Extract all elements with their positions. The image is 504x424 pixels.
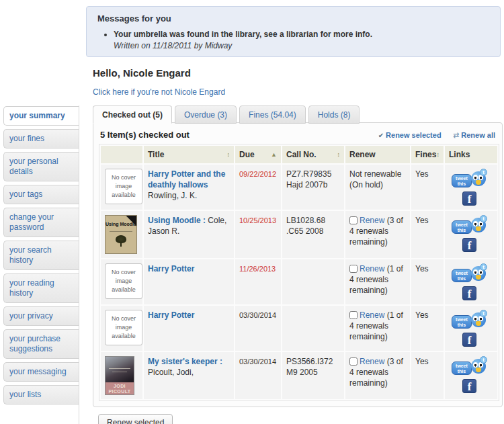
- fines-cell: Yes: [411, 259, 444, 304]
- renew-checkbox[interactable]: [349, 357, 358, 366]
- items-count: 5 Item(s) checked out: [100, 130, 190, 140]
- sidebar-item-change-your-password[interactable]: change your password: [3, 208, 79, 237]
- renew-link[interactable]: Renew: [360, 264, 384, 273]
- tweet-bubble-line1: tweet: [456, 271, 468, 275]
- renew-all-link[interactable]: ⇄ Renew all: [453, 131, 495, 139]
- messages-list: Your umbrella was found in the library, …: [114, 30, 489, 50]
- cover-cell: No cover image available: [101, 306, 142, 351]
- cover-tree-trunk: [120, 243, 122, 247]
- book-cover-using-moodle[interactable]: Using Moodle: [105, 215, 137, 254]
- tweet-this-icon[interactable]: tweetthist: [452, 215, 489, 237]
- sidebar-divider: [79, 105, 79, 424]
- facebook-icon[interactable]: f: [462, 286, 476, 300]
- sidebar-item-your-search-history[interactable]: your search history: [3, 241, 79, 270]
- cover-cell: Using Moodle: [101, 211, 142, 258]
- cover-author-line1: JODI: [114, 384, 126, 388]
- renew-selected-button[interactable]: Renew selected: [98, 414, 173, 424]
- links-cell: tweetthistf: [445, 259, 497, 304]
- due-cell: 11/26/2013: [235, 259, 281, 304]
- sort-icon[interactable]: ↕: [227, 150, 230, 159]
- fines-cell: Yes: [411, 352, 444, 399]
- renew-link[interactable]: Renew: [360, 216, 384, 225]
- title-link[interactable]: Harry Potter: [148, 264, 194, 273]
- title-link[interactable]: Harry Potter: [148, 310, 194, 320]
- bird-beak: [476, 368, 481, 372]
- due-date: 03/30/2014: [239, 357, 276, 366]
- cover-rule: [110, 231, 132, 232]
- sidebar-item-your-summary[interactable]: your summary: [3, 106, 79, 126]
- tweet-this-icon[interactable]: tweetthist: [452, 310, 489, 331]
- tweet-this-icon[interactable]: tweetthist: [452, 169, 489, 190]
- call-number-cell: PS3566.I372 M9 2005: [282, 352, 344, 399]
- tab-checked-out[interactable]: Checked out (5): [93, 105, 172, 124]
- renew-cell: Renew (3 of 4 renewals remaining): [345, 211, 410, 258]
- author-text: Rowling, J. K.: [148, 191, 197, 200]
- cover-cell: No cover image available: [101, 259, 142, 304]
- call-number-cell: [282, 259, 344, 304]
- cover-cell: JODIPICOULT: [101, 352, 142, 399]
- title-link[interactable]: My sister's keeper :: [148, 357, 222, 366]
- links-cell: tweetthistf: [445, 211, 497, 258]
- renew-all-link-label: Renew all: [461, 131, 495, 139]
- facebook-icon[interactable]: f: [462, 333, 476, 347]
- facebook-icon[interactable]: f: [462, 238, 476, 252]
- book-cover-my-sisters-keeper[interactable]: JODIPICOULT: [105, 356, 134, 395]
- sort-icon[interactable]: ↕: [337, 150, 341, 159]
- column-header-fines[interactable]: Fines↕: [411, 146, 444, 163]
- sidebar-item-your-fines[interactable]: your fines: [3, 129, 79, 149]
- renew-cell: Not renewable (On hold): [345, 165, 410, 210]
- tab-holds[interactable]: Holds (8): [308, 105, 360, 124]
- sidebar-item-your-privacy[interactable]: your privacy: [3, 306, 79, 326]
- fines-cell: Yes: [411, 211, 444, 258]
- table-header-row: Title↕Due▲Call No.↕RenewFines↕Links: [101, 146, 497, 163]
- title-link[interactable]: Harry Potter and the deathly hallows: [148, 169, 225, 189]
- sidebar-item-your-personal-details[interactable]: your personal details: [3, 152, 79, 181]
- tweet-bubble: tweetthis: [452, 220, 472, 234]
- renew-selected-link[interactable]: ✔ Renew selected: [378, 131, 442, 139]
- renew-link[interactable]: Renew: [360, 357, 384, 366]
- tab-overdue[interactable]: Overdue (3): [175, 105, 237, 124]
- tweet-this-icon[interactable]: tweetthist: [452, 356, 489, 378]
- title-cell: Harry Potter: [144, 259, 234, 304]
- fines-cell: Yes: [411, 165, 444, 210]
- facebook-icon[interactable]: f: [462, 192, 476, 206]
- renew-link[interactable]: Renew: [360, 310, 384, 320]
- sidebar-item-your-messaging[interactable]: your messaging: [3, 362, 79, 382]
- sidebar-item-your-purchase-suggestions[interactable]: your purchase suggestions: [3, 329, 79, 359]
- no-cover-placeholder: No cover image available: [105, 310, 142, 345]
- column-header-links: Links: [445, 146, 497, 163]
- tweet-bubble: tweetthis: [452, 174, 472, 187]
- tweet-this-icon[interactable]: tweetthist: [452, 263, 489, 285]
- bird-eye: [473, 362, 478, 368]
- table-row: No cover image availableHarry Potter 03/…: [101, 306, 497, 351]
- sort-icon[interactable]: ▲: [271, 150, 277, 159]
- tweet-t-bubble: t: [480, 169, 487, 176]
- cover-author: JODIPICOULT: [106, 382, 134, 394]
- sidebar-item-your-lists[interactable]: your lists: [3, 385, 79, 405]
- sidebar-item-your-reading-history[interactable]: your reading history: [3, 273, 79, 303]
- facebook-icon[interactable]: f: [462, 379, 476, 393]
- column-header-due[interactable]: Due▲: [235, 146, 281, 163]
- renew-checkbox[interactable]: [349, 216, 358, 224]
- sidebar-item-your-tags[interactable]: your tags: [3, 185, 79, 204]
- cover-author-line2: PICOULT: [108, 389, 130, 394]
- sort-icon[interactable]: ↕: [437, 150, 440, 159]
- links-cell: tweetthistf: [445, 352, 497, 399]
- renew-status: Not renewable (On hold): [349, 169, 401, 189]
- bird-beak: [476, 275, 481, 280]
- panel-header: 5 Item(s) checked out ✔ Renew selected ⇄…: [99, 128, 497, 144]
- renew-cell: Renew (1 of 4 renewals remaining): [345, 306, 410, 351]
- renew-checkbox[interactable]: [349, 265, 358, 273]
- tweet-t-bubble: t: [480, 310, 487, 317]
- tweet-bubble-line2: this: [458, 323, 466, 327]
- renew-selected-link-label: Renew selected: [386, 131, 442, 139]
- main-content: Checked out (5)Overdue (3)Fines (54.04)H…: [93, 105, 503, 424]
- bird-eye: [473, 316, 478, 321]
- column-header-title[interactable]: Title↕: [144, 146, 234, 163]
- renew-checkbox[interactable]: [349, 311, 358, 319]
- tab-fines[interactable]: Fines (54.04): [239, 105, 306, 124]
- title-link[interactable]: Using Moodle :: [148, 216, 206, 225]
- call-number-cell: LB1028.68 .C65 2008: [282, 211, 344, 258]
- column-header-call-no[interactable]: Call No.↕: [282, 146, 344, 163]
- not-you-link[interactable]: Click here if you're not Nicole Engard: [93, 87, 225, 97]
